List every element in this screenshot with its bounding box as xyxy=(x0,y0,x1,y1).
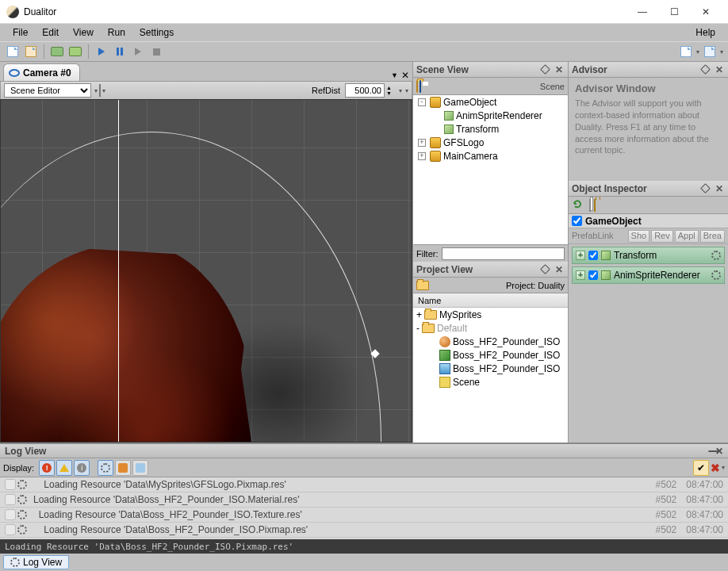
scene-new-icon[interactable] xyxy=(416,81,418,92)
project-view-header: Project View ✕ xyxy=(413,262,568,278)
component-expand-icon[interactable]: + xyxy=(576,251,585,260)
advisor-header: Advisor ✕ xyxy=(569,62,728,78)
menu-view[interactable]: View xyxy=(67,25,100,40)
tool-new-icon[interactable] xyxy=(5,44,21,59)
tree-row[interactable]: +GFSLogo xyxy=(413,136,568,149)
filter-error-icon[interactable]: ! xyxy=(39,460,55,476)
tree-row[interactable]: AnimSpriteRenderer xyxy=(413,109,568,122)
component-gear-icon[interactable] xyxy=(711,251,721,260)
project-row[interactable]: +MySprites xyxy=(413,308,568,321)
prefab-apply-button[interactable]: Appl xyxy=(675,230,699,243)
insp-refresh-icon[interactable] xyxy=(572,198,583,212)
log-toolbar: Display: ! i ✔ ✖ ▾ xyxy=(0,458,728,477)
log-line[interactable]: Loading Resource 'Data\Boss_HF2_Pounder_… xyxy=(0,523,728,538)
project-col-name[interactable]: Name xyxy=(413,293,568,308)
log-body[interactable]: Loading Resource 'Data\MySprites\GFSLogo… xyxy=(0,477,728,539)
refdist-spinner[interactable]: ▲▼ xyxy=(386,85,396,96)
insp-copy-icon[interactable] xyxy=(589,200,591,211)
viewport-dropdown-icon[interactable]: ▼ xyxy=(391,71,398,79)
tool-open-icon[interactable] xyxy=(23,44,39,59)
scene-save-icon[interactable] xyxy=(420,81,421,92)
pause-button[interactable] xyxy=(112,44,128,59)
prefab-label: PrefabLink xyxy=(572,230,626,242)
tool-right2-icon[interactable] xyxy=(702,44,718,59)
filter-game-icon[interactable] xyxy=(132,460,148,476)
tool-import-icon[interactable] xyxy=(49,44,65,59)
project-row[interactable]: Boss_HF2_Pounder_ISO xyxy=(413,362,568,375)
filter-info-icon[interactable]: i xyxy=(74,460,90,476)
component-checkbox[interactable] xyxy=(588,270,598,280)
log-accept-icon[interactable]: ✔ xyxy=(693,460,709,476)
filter-warn-icon[interactable] xyxy=(56,460,72,476)
refdist-input[interactable] xyxy=(345,83,385,98)
scene-badge: Scene xyxy=(540,82,565,91)
menu-file[interactable]: File xyxy=(6,25,34,40)
minimize-button[interactable]: — xyxy=(626,1,658,23)
menu-help[interactable]: Help xyxy=(689,25,722,40)
project-view-close-icon[interactable]: ✕ xyxy=(554,264,565,275)
camera-tab[interactable]: Camera #0 xyxy=(3,63,80,81)
viewport-close-icon[interactable]: ✕ xyxy=(401,70,409,81)
filter-core-icon[interactable] xyxy=(98,460,113,476)
project-row[interactable]: Boss_HF2_Pounder_ISO xyxy=(413,348,568,362)
scene-tree[interactable]: -GameObjectAnimSpriteRendererTransform+G… xyxy=(413,95,568,244)
gameobject-checkbox[interactable] xyxy=(572,216,582,226)
scene-view-pin-icon[interactable] xyxy=(539,64,550,75)
log-id: #502 xyxy=(656,509,677,520)
log-tab[interactable]: Log View xyxy=(3,555,69,569)
log-line[interactable]: Loading Resource 'Data\MySprites\GFSLogo… xyxy=(0,477,728,492)
expand-toggle[interactable]: + xyxy=(418,139,426,147)
tree-row[interactable]: Transform xyxy=(413,122,568,136)
expand-toggle[interactable]: - xyxy=(416,323,420,334)
expand-toggle[interactable]: + xyxy=(416,309,422,320)
component-checkbox[interactable] xyxy=(588,251,598,260)
grid-icon[interactable] xyxy=(99,85,101,96)
play-button[interactable] xyxy=(94,44,109,59)
viewport-panel: Camera #0 ▼ ✕ Scene Editor ▾ ▾ RefDist ▲… xyxy=(0,62,412,443)
project-view-pin-icon[interactable] xyxy=(539,264,550,275)
log-tab-label: Log View xyxy=(23,557,62,568)
object-inspector-pin-icon[interactable] xyxy=(699,183,711,194)
maximize-button[interactable]: ☐ xyxy=(658,1,690,23)
menu-edit[interactable]: Edit xyxy=(36,25,65,40)
tool-export-icon[interactable] xyxy=(67,44,83,59)
log-line[interactable]: Loading Resource 'Data\Boss_HF2_Pounder_… xyxy=(0,508,728,523)
prefab-revert-button[interactable]: Rev xyxy=(651,230,673,243)
viewport-canvas[interactable] xyxy=(0,99,412,443)
menu-settings[interactable]: Settings xyxy=(133,25,180,40)
insp-lock-icon[interactable] xyxy=(594,200,596,211)
editor-mode-select[interactable]: Scene Editor xyxy=(4,83,91,98)
display-label: Display: xyxy=(3,463,34,473)
project-tree[interactable]: Name +MySprites-DefaultBoss_HF2_Pounder_… xyxy=(413,293,568,443)
filter-label: Filter: xyxy=(416,249,439,259)
project-row[interactable]: Scene xyxy=(413,375,568,389)
object-inspector-close-icon[interactable]: ✕ xyxy=(714,183,725,194)
step-button[interactable] xyxy=(130,44,146,59)
advisor-pin-icon[interactable] xyxy=(699,64,711,75)
tree-row[interactable]: -GameObject xyxy=(413,95,568,109)
advisor-close-icon[interactable]: ✕ xyxy=(714,64,725,75)
log-clear-icon[interactable]: ✖ xyxy=(711,462,720,474)
prefab-break-button[interactable]: Brea xyxy=(700,230,725,243)
prefab-show-button[interactable]: Sho xyxy=(628,230,650,243)
scene-view-header: Scene View ✕ xyxy=(413,62,568,78)
menu-run[interactable]: Run xyxy=(102,25,132,40)
stop-button[interactable] xyxy=(148,44,164,59)
close-button[interactable]: ✕ xyxy=(690,1,722,23)
expand-toggle[interactable]: + xyxy=(418,152,426,160)
component-gear-icon[interactable] xyxy=(711,270,721,280)
scene-filter-input[interactable] xyxy=(442,247,565,260)
project-row[interactable]: Boss_HF2_Pounder_ISO xyxy=(413,335,568,348)
tool-right1-icon[interactable] xyxy=(678,44,694,59)
log-view-pin-icon[interactable] xyxy=(709,450,720,452)
tree-row[interactable]: +MainCamera xyxy=(413,149,568,163)
log-message: Loading Resource 'Data\Boss_HF2_Pounder_… xyxy=(33,494,656,505)
expand-toggle[interactable]: - xyxy=(418,98,426,106)
log-line[interactable]: Loading Resource 'Data\Boss_HF2_Pounder_… xyxy=(0,492,728,508)
component-row[interactable]: +AnimSpriteRenderer xyxy=(572,266,725,284)
component-row[interactable]: +Transform xyxy=(572,247,725,264)
scene-view-close-icon[interactable]: ✕ xyxy=(554,64,565,75)
component-expand-icon[interactable]: + xyxy=(576,270,585,280)
project-row[interactable]: -Default xyxy=(413,321,568,335)
filter-editor-icon[interactable] xyxy=(115,460,131,476)
